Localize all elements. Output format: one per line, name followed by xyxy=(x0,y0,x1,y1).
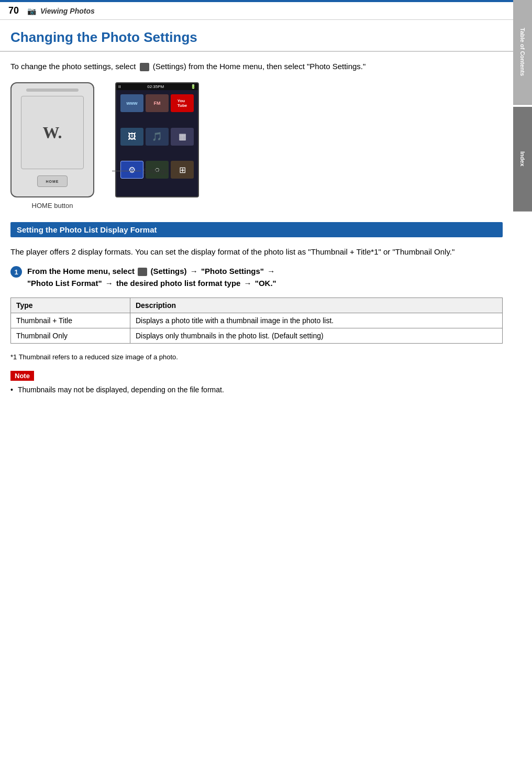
device-front-illustration: W. HOME xyxy=(10,82,94,197)
settings-icon-step xyxy=(138,268,147,276)
settings-table: Type Description Thumbnail + Title Displ… xyxy=(10,298,503,344)
index-tab[interactable]: Index xyxy=(513,107,532,212)
table-of-contents-tab[interactable]: Table of Contents xyxy=(513,0,532,105)
table-header-type: Type xyxy=(11,298,130,313)
screen-icon-www: www xyxy=(120,94,143,112)
table-cell-desc-1: Displays only thumbnails in the photo li… xyxy=(130,328,502,344)
home-button-label: HOME button xyxy=(32,202,73,210)
step-number: 1 xyxy=(10,266,22,278)
device-images-area: W. HOME HOME button II 02:35PM 🔋 www xyxy=(0,82,513,210)
screen-icons-grid: www FM YouTube 🖼 🎵 ▦ ⚙ ○ ⊞ xyxy=(116,90,198,196)
screen-icon-youtube: YouTube xyxy=(171,94,194,112)
screen-icon-music: 🎵 xyxy=(146,128,169,146)
device-right: II 02:35PM 🔋 www FM YouTube 🖼 🎵 ▦ ⚙ ○ ⊞ xyxy=(115,82,199,197)
right-sidebar: Table of Contents Index xyxy=(513,0,532,760)
main-content: 70 📷 Viewing Photos Changing the Photo S… xyxy=(0,0,513,395)
screen-icon-video: ▦ xyxy=(171,128,194,146)
table-header-description: Description xyxy=(130,298,502,313)
note-box: Note Thumbnails may not be displayed, de… xyxy=(10,371,503,395)
status-bar-left: II xyxy=(118,84,120,89)
step-text: From the Home menu, select (Settings) → … xyxy=(27,266,276,289)
index-tab-label: Index xyxy=(519,151,526,167)
screen-icon-extra: ⊞ xyxy=(171,161,194,179)
page-header: 70 📷 Viewing Photos xyxy=(0,2,513,20)
intro-paragraph: To change the photo settings, select (Se… xyxy=(0,60,513,73)
status-bar-time: 02:35PM xyxy=(147,84,164,89)
screen-icon-photo: 🖼 xyxy=(120,128,143,146)
camera-icon: 📷 xyxy=(27,7,36,15)
section-title: Viewing Photos xyxy=(40,7,95,15)
chapter-title: Changing the Photo Settings xyxy=(0,20,513,52)
device-screen-illustration: II 02:35PM 🔋 www FM YouTube 🖼 🎵 ▦ ⚙ ○ ⊞ xyxy=(115,82,199,197)
note-item: Thumbnails may not be displayed, dependi… xyxy=(10,384,503,395)
table-cell-type-1: Thumbnail Only xyxy=(11,328,130,344)
status-bar-right: 🔋 xyxy=(191,84,196,89)
device-left: W. HOME HOME button xyxy=(10,82,94,210)
table-row: Thumbnail Only Displays only thumbnails … xyxy=(11,328,503,344)
note-content: Thumbnails may not be displayed, dependi… xyxy=(10,384,503,395)
step-1: 1 From the Home menu, select (Settings) … xyxy=(0,266,513,289)
settings-line-label: Settings xyxy=(112,167,168,175)
table-cell-desc-0: Displays a photo title with a thumbnail … xyxy=(130,313,502,328)
page-number: 70 xyxy=(8,5,19,16)
table-row: Thumbnail + Title Displays a photo title… xyxy=(11,313,503,328)
settings-label: Settings xyxy=(143,167,168,175)
note-label: Note xyxy=(10,371,34,381)
body-paragraph: The player offers 2 display formats. You… xyxy=(0,246,513,258)
screen-icon-fm: FM xyxy=(146,94,169,112)
toc-tab-label: Table of Contents xyxy=(519,28,526,76)
section-box-label: Setting the Photo List Display Format xyxy=(10,222,503,237)
settings-icon-inline xyxy=(140,63,149,71)
table-cell-type-0: Thumbnail + Title xyxy=(11,313,130,328)
screen-status-bar: II 02:35PM 🔋 xyxy=(116,83,198,90)
device-logo: W. xyxy=(42,123,62,142)
footnote: *1 Thumbnail refers to a reduced size im… xyxy=(0,352,513,362)
home-button[interactable]: HOME xyxy=(37,175,68,187)
